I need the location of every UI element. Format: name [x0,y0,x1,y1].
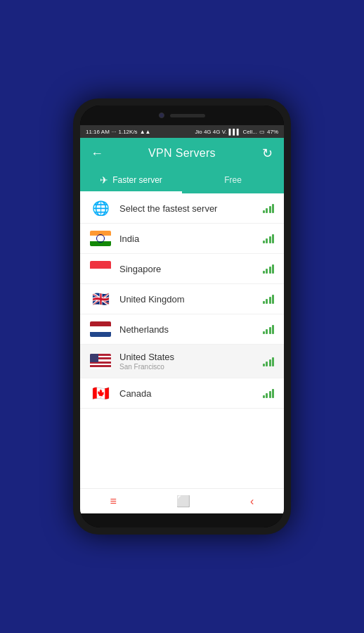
server-item-fastest[interactable]: 🌐 Select the fastest server [80,193,284,224]
menu-button[interactable]: ≡ [110,495,117,508]
server-name-fastest: Select the fastest server [119,203,263,214]
status-bar: 11:16 AM ··· 1.12K/s ▲▲ Jio 4G 4G V. ▌▌▌… [80,125,284,138]
signal-uk [263,294,275,304]
status-dots: ··· [112,129,117,135]
flag-globe: 🌐 [90,200,111,216]
phone-device: 11:16 AM ··· 1.12K/s ▲▲ Jio 4G 4G V. ▌▌▌… [73,98,291,535]
server-info-india: India [119,234,263,244]
app-title: VPN Servers [105,147,259,160]
flag-singapore [90,261,111,276]
phone-bezel-top [80,106,284,125]
speaker [170,114,205,117]
back-nav-button[interactable]: ‹ [250,495,254,508]
status-right: Jio 4G 4G V. ▌▌▌ Cell... ▭ 47% [195,129,278,135]
carrier1: Jio 4G 4G V. [195,129,226,135]
back-button[interactable]: ← [89,146,105,161]
flag-uk: 🇬🇧 [90,291,111,307]
server-item-netherlands[interactable]: Netherlands [80,314,284,345]
server-sub-us: San Francisco [119,363,263,371]
battery-icon: ▭ [259,129,265,135]
server-info-uk: United Kingdom [119,294,263,305]
flag-india [90,231,111,246]
server-item-singapore[interactable]: Singapore [80,254,284,284]
tab-free-label: Free [224,175,242,185]
signal-canada [263,388,275,398]
server-item-canada[interactable]: 🇨🇦 Canada [80,378,284,409]
server-info-netherlands: Netherlands [119,324,263,335]
flag-netherlands [90,321,111,337]
flag-canada: 🇨🇦 [90,385,111,401]
tab-free[interactable]: Free [182,169,284,193]
phone-bezel-bottom [80,513,284,528]
server-name-canada: Canada [119,388,263,399]
tab-bar: ✈ Faster server Free [80,169,284,193]
server-info-fastest: Select the fastest server [119,203,263,214]
app-bar: ← VPN Servers ↻ [80,138,284,169]
status-speed: 1.12K/s [118,129,137,135]
server-name-india: India [119,234,263,244]
tab-faster-label: Faster server [112,175,162,185]
signal-fastest [263,203,275,213]
home-button[interactable]: ⬜ [176,494,190,508]
screen-content: 11:16 AM ··· 1.12K/s ▲▲ Jio 4G 4G V. ▌▌▌… [80,125,284,513]
server-info-canada: Canada [119,388,263,399]
server-name-singapore: Singapore [119,264,263,274]
carrier2: Cell... [243,129,257,135]
signal-singapore [263,264,275,274]
server-name-netherlands: Netherlands [119,324,263,335]
signal-icon1: ▲▲ [140,129,151,135]
server-item-india[interactable]: India [80,224,284,254]
status-left: 11:16 AM ··· 1.12K/s ▲▲ [86,129,150,135]
signal-india [263,234,275,243]
signal-netherlands [263,324,275,334]
server-info-us: United States San Francisco [119,352,263,371]
refresh-button[interactable]: ↻ [259,146,275,161]
server-name-us: United States [119,352,263,362]
battery-pct: 47% [267,129,278,135]
signal-bars-status: ▌▌▌ [229,129,241,135]
flag-us [90,354,111,369]
phone-screen: 11:16 AM ··· 1.12K/s ▲▲ Jio 4G 4G V. ▌▌▌… [80,106,284,528]
signal-us [263,357,275,366]
bottom-nav: ≡ ⬜ ‹ [80,488,284,513]
server-list: 🌐 Select the fastest server [80,193,284,488]
tab-faster[interactable]: ✈ Faster server [80,169,182,193]
camera [159,113,164,118]
server-item-uk[interactable]: 🇬🇧 United Kingdom [80,284,284,314]
status-time: 11:16 AM [86,129,110,135]
server-name-uk: United Kingdom [119,294,263,305]
faster-icon: ✈ [100,174,108,186]
server-item-us[interactable]: United States San Francisco [80,345,284,378]
server-info-singapore: Singapore [119,264,263,274]
